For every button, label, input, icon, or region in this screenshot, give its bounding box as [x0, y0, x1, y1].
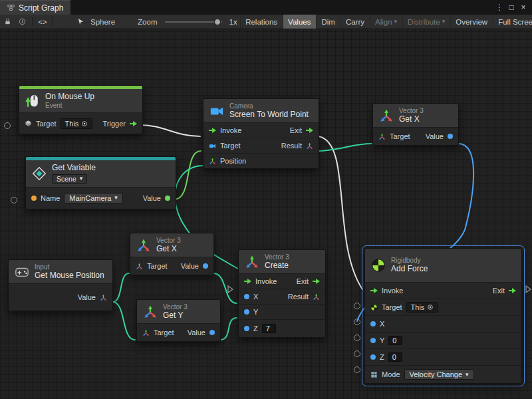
flow-output-port[interactable] [130, 121, 137, 126]
port-circle[interactable] [354, 334, 360, 341]
node-title: On Mouse Up [45, 92, 94, 102]
rigidbody-type-port-icon[interactable] [370, 304, 378, 311]
flow-output-port[interactable] [313, 279, 320, 284]
info-button[interactable] [15, 15, 29, 29]
edit-source-button[interactable]: <> [35, 15, 50, 29]
float-output-port[interactable] [448, 134, 453, 139]
object-output-port[interactable] [165, 196, 170, 201]
z-value-field[interactable]: 7 [262, 324, 276, 333]
float-input-port[interactable] [244, 294, 249, 299]
port-circle[interactable] [354, 350, 360, 357]
full-screen-label: Full Screen [498, 18, 532, 26]
float-input-port[interactable] [370, 354, 376, 360]
wire-trigger-to-invoke[interactable] [141, 125, 200, 136]
node-vector3-get-x-top[interactable]: Vector 3 Get X Target Value [372, 103, 459, 146]
port-label-y: Y [253, 308, 258, 316]
scope-label: Scene [57, 175, 76, 183]
vector3-icon [143, 305, 158, 319]
camera-type-port-icon[interactable] [209, 142, 216, 150]
wire-result-to-getx-target[interactable] [319, 144, 372, 151]
align-label: Align [375, 18, 392, 26]
target-object-name[interactable]: Sphere [88, 18, 118, 26]
graph-canvas[interactable]: On Mouse Up Event Target This Trigger [0, 29, 532, 399]
wire-gety-to-create-y[interactable] [220, 318, 237, 340]
node-vector3-create[interactable]: Vector 3 Create Invoke Exit X Result [238, 249, 326, 338]
z-value-field[interactable]: 0 [388, 352, 402, 362]
enum-port-icon[interactable] [370, 371, 378, 378]
flow-port-triangle[interactable] [525, 285, 531, 293]
float-output-port[interactable] [203, 263, 208, 269]
this-chip[interactable]: This [406, 302, 439, 313]
flow-output-port[interactable] [509, 288, 516, 293]
float-input-port[interactable] [244, 309, 249, 315]
flow-input-port[interactable] [244, 279, 251, 284]
float-output-port[interactable] [209, 330, 215, 335]
node-on-mouse-up[interactable]: On Mouse Up Event Target This Trigger [19, 85, 143, 134]
flow-input-port[interactable] [209, 128, 216, 133]
string-input-port[interactable] [31, 196, 37, 201]
node-get-mouse-position[interactable]: Input Get Mouse Position Value [8, 259, 113, 311]
target-object-button[interactable] [73, 15, 88, 29]
lock-button[interactable] [0, 15, 15, 29]
node-vector3-get-y[interactable]: Vector 3 Get Y Target Value [136, 299, 221, 342]
overview-label: Overview [456, 18, 487, 26]
node-title: Screen To World Point [229, 110, 309, 120]
this-chip[interactable]: This [61, 118, 93, 129]
float-input-port[interactable] [244, 326, 249, 331]
align-button[interactable]: Align▾ [370, 15, 402, 29]
float-input-port[interactable] [370, 321, 376, 327]
wire-mousepos-to-getx[interactable] [112, 273, 129, 302]
vector3-port-icon[interactable] [142, 329, 150, 336]
variable-icon [32, 166, 47, 181]
port-circle[interactable] [4, 122, 11, 129]
toolbar-toggle-group: Relations Values Dim Carry Align▾ Distri… [240, 15, 532, 29]
values-button[interactable]: Values [283, 15, 316, 29]
toolbar-separator [32, 17, 33, 26]
window-maximize-icon[interactable]: □ [505, 0, 517, 15]
force-mode-dropdown[interactable]: Velocity Change ▾ [404, 369, 474, 380]
vector3-port-icon[interactable] [100, 294, 107, 301]
node-category: Vector 3 [399, 107, 424, 115]
port-label-invoke: Invoke [220, 126, 241, 134]
port-circle[interactable] [354, 366, 360, 373]
dim-button[interactable]: Dim [316, 15, 340, 29]
vector3-port-icon[interactable] [136, 263, 143, 270]
port-label-value: Value [78, 293, 96, 301]
node-vector3-get-x-mid[interactable]: Vector 3 Get X Target Value [130, 233, 214, 275]
port-circle[interactable] [354, 319, 360, 325]
distribute-button[interactable]: Distribute▾ [402, 15, 450, 29]
flow-output-port[interactable] [306, 128, 313, 133]
port-circle[interactable] [11, 197, 17, 203]
window-menu-icon[interactable]: ⋮ [493, 0, 505, 15]
overview-button[interactable]: Overview [450, 15, 493, 29]
y-value-field[interactable]: 0 [388, 336, 402, 345]
lock-icon [4, 18, 11, 25]
flow-input-port[interactable] [370, 288, 378, 293]
relations-button[interactable]: Relations [240, 15, 283, 29]
carry-button[interactable]: Carry [340, 15, 369, 29]
vector3-port-icon[interactable] [306, 142, 313, 150]
wire-mousepos-to-gety[interactable] [112, 302, 135, 340]
variable-name-dropdown[interactable]: MainCamera ▾ [64, 193, 123, 203]
node-title: Get X [156, 245, 181, 254]
zoom-slider-handle[interactable] [214, 19, 221, 25]
zoom-slider[interactable] [165, 21, 222, 23]
flow-port-triangle[interactable] [227, 285, 233, 293]
vector3-port-icon[interactable] [313, 293, 320, 301]
float-input-port[interactable] [370, 338, 376, 343]
port-circle[interactable] [354, 303, 360, 309]
distribute-label: Distribute [408, 18, 440, 26]
node-get-variable[interactable]: Get Variable Scene ▾ Name MainCamera ▾ [25, 156, 176, 209]
variable-scope-dropdown[interactable]: Scene ▾ [52, 174, 87, 184]
window-close-icon[interactable]: × [517, 0, 529, 15]
vector3-port-icon[interactable] [378, 133, 386, 140]
node-title: Get X [399, 115, 424, 124]
wire-variable-to-target[interactable] [174, 151, 201, 200]
node-screen-to-world-point[interactable]: Camera Screen To World Point Invoke Exit… [203, 98, 319, 169]
tab-script-graph[interactable]: Script Graph [0, 0, 70, 15]
gameobject-icon [25, 120, 32, 127]
vector3-port-icon[interactable] [209, 158, 216, 165]
port-label-mode: Mode [382, 370, 400, 378]
full-screen-button[interactable]: Full Screen [493, 15, 532, 29]
node-add-force[interactable]: Rigidbody Add Force Invoke Exit Target T… [364, 248, 522, 384]
